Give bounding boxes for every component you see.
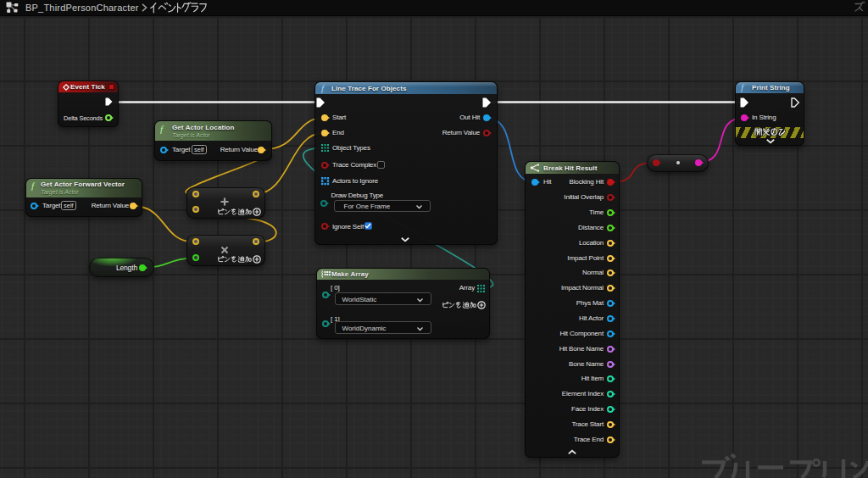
svg-text:f: f [31, 181, 36, 191]
svg-text:f: f [741, 82, 745, 92]
svg-text:f: f [321, 83, 326, 93]
svg-text:f: f [160, 124, 164, 134]
